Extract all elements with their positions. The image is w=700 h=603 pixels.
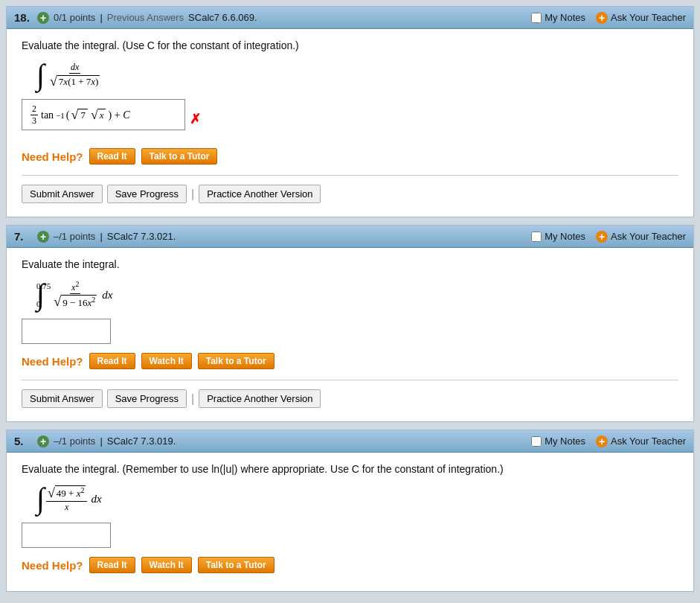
integral-7: 0.75 ∫ 0 x2 √ 9 − 16x2 dx bbox=[36, 279, 678, 310]
my-notes-checkbox-7[interactable] bbox=[531, 232, 542, 242]
integral-18: ∫ dx √ 7x(1 + 7x) bbox=[36, 60, 678, 90]
my-notes-label-5: My Notes bbox=[545, 436, 585, 447]
wrong-mark-18: ✗ bbox=[190, 111, 201, 127]
question-18: Evaluate the integral. (Use C for the co… bbox=[22, 39, 678, 51]
separator-5: | bbox=[100, 436, 102, 447]
my-notes-checkbox-18[interactable] bbox=[531, 13, 542, 23]
need-help-label-7: Need Help? bbox=[22, 355, 83, 368]
prev-answers-label-18: Previous Answers bbox=[107, 12, 184, 23]
need-help-label-5: Need Help? bbox=[22, 559, 83, 572]
problem-18: 18. + 0/1 points | Previous Answers SCal… bbox=[6, 6, 694, 217]
my-notes-7: My Notes bbox=[531, 231, 585, 242]
ask-teacher-plus-5: + bbox=[596, 436, 608, 447]
practice-version-btn-18[interactable]: Practice Another Version bbox=[199, 185, 321, 203]
problem-number-18: 18. bbox=[14, 11, 33, 24]
practice-version-btn-7[interactable]: Practice Another Version bbox=[199, 389, 321, 408]
read-it-btn-5[interactable]: Read It bbox=[89, 557, 135, 573]
submit-answer-btn-18[interactable]: Submit Answer bbox=[22, 185, 103, 203]
plus-icon-7: + bbox=[37, 231, 49, 243]
problem-7-header: 7. + –/1 points | SCalc7 7.3.021. My Not… bbox=[7, 226, 693, 248]
header-left-5: 5. + –/1 points | SCalc7 7.3.019. bbox=[14, 435, 176, 447]
problem-7: 7. + –/1 points | SCalc7 7.3.021. My Not… bbox=[6, 225, 694, 422]
ask-teacher-5[interactable]: + Ask Your Teacher bbox=[596, 436, 686, 447]
integrand-frac-5: √ 49 + x2 x bbox=[46, 485, 88, 513]
ask-teacher-plus-7: + bbox=[596, 231, 608, 243]
need-help-18: Need Help? Read It Talk to a Tutor bbox=[22, 148, 678, 165]
ask-teacher-label-5: Ask Your Teacher bbox=[611, 436, 686, 447]
submit-answer-btn-7[interactable]: Submit Answer bbox=[22, 389, 103, 408]
ask-teacher-7[interactable]: + Ask Your Teacher bbox=[596, 231, 686, 243]
talk-tutor-btn-5[interactable]: Talk to a Tutor bbox=[198, 557, 274, 573]
integral-5: ∫ √ 49 + x2 x dx bbox=[36, 484, 678, 514]
separator-7: | bbox=[100, 231, 102, 242]
action-sep-7: | bbox=[191, 392, 194, 406]
my-notes-checkbox-5[interactable] bbox=[531, 436, 542, 447]
course-code-7: SCalc7 7.3.021. bbox=[107, 231, 176, 242]
ask-teacher-18[interactable]: + Ask Your Teacher bbox=[596, 12, 686, 24]
answer-area-18: 2 3 tan −1 ( √ 7 √ x bbox=[22, 99, 678, 139]
header-right-5: My Notes + Ask Your Teacher bbox=[531, 436, 686, 447]
divider-18 bbox=[22, 175, 678, 176]
action-row-18: Submit Answer Save Progress | Practice A… bbox=[22, 182, 678, 209]
problem-7-body: Evaluate the integral. 0.75 ∫ 0 x2 √ 9 −… bbox=[7, 248, 693, 421]
answer-input-7[interactable] bbox=[22, 319, 111, 344]
ask-teacher-label-7: Ask Your Teacher bbox=[611, 231, 686, 242]
lower-limit-7: 0 bbox=[36, 299, 41, 308]
problem-number-5: 5. bbox=[14, 435, 33, 447]
read-it-btn-7[interactable]: Read It bbox=[89, 353, 135, 369]
integral-symbol-5: ∫ bbox=[36, 484, 45, 514]
need-help-label-18: Need Help? bbox=[22, 150, 83, 163]
points-18: 0/1 points bbox=[54, 12, 95, 23]
integral-symbol-18: ∫ bbox=[36, 60, 45, 90]
problem-5-header: 5. + –/1 points | SCalc7 7.3.019. My Not… bbox=[7, 430, 693, 453]
action-sep-18: | bbox=[191, 188, 194, 201]
talk-tutor-btn-18[interactable]: Talk to a Tutor bbox=[141, 148, 218, 165]
question-7: Evaluate the integral. bbox=[22, 258, 678, 270]
points-7: –/1 points bbox=[54, 231, 95, 242]
need-help-7: Need Help? Read It Watch It Talk to a Tu… bbox=[22, 353, 678, 369]
read-it-btn-18[interactable]: Read It bbox=[89, 148, 135, 165]
divider-7 bbox=[22, 380, 678, 380]
save-progress-btn-7[interactable]: Save Progress bbox=[107, 389, 187, 408]
problem-5: 5. + –/1 points | SCalc7 7.3.019. My Not… bbox=[6, 430, 694, 592]
header-right-7: My Notes + Ask Your Teacher bbox=[531, 231, 686, 243]
need-help-5: Need Help? Read It Watch It Talk to a Tu… bbox=[22, 557, 678, 573]
action-row-7: Submit Answer Save Progress | Practice A… bbox=[22, 386, 678, 414]
plus-icon-5: + bbox=[37, 436, 49, 447]
header-left-7: 7. + –/1 points | SCalc7 7.3.021. bbox=[14, 230, 176, 243]
separator-18: | bbox=[100, 12, 102, 23]
answer-input-18[interactable]: 2 3 tan −1 ( √ 7 √ x bbox=[22, 99, 185, 130]
course-code-5: SCalc7 7.3.019. bbox=[107, 436, 176, 447]
header-right-18: My Notes + Ask Your Teacher bbox=[531, 12, 686, 24]
save-progress-btn-18[interactable]: Save Progress bbox=[107, 185, 187, 203]
ask-teacher-label-18: Ask Your Teacher bbox=[611, 12, 686, 23]
my-notes-18: My Notes bbox=[531, 12, 585, 23]
integrand-frac-18: dx √ 7x(1 + 7x) bbox=[48, 62, 101, 89]
integrand-frac-7: x2 √ 9 − 16x2 bbox=[52, 280, 98, 310]
my-notes-5: My Notes bbox=[531, 436, 585, 447]
problem-18-header: 18. + 0/1 points | Previous Answers SCal… bbox=[7, 7, 693, 29]
question-5: Evaluate the integral. (Remember to use … bbox=[22, 463, 678, 475]
answer-input-5[interactable] bbox=[22, 523, 111, 548]
watch-it-btn-5[interactable]: Watch It bbox=[141, 557, 192, 573]
header-left-18: 18. + 0/1 points | Previous Answers SCal… bbox=[14, 11, 257, 24]
watch-it-btn-7[interactable]: Watch It bbox=[141, 353, 192, 369]
problem-18-body: Evaluate the integral. (Use C for the co… bbox=[7, 29, 693, 217]
problem-5-body: Evaluate the integral. (Remember to use … bbox=[7, 453, 693, 591]
ask-teacher-plus-18: + bbox=[596, 12, 608, 24]
plus-icon-18: + bbox=[37, 12, 49, 24]
problem-number-7: 7. bbox=[14, 230, 33, 243]
points-5: –/1 points bbox=[54, 436, 95, 447]
course-code-18: SCalc7 6.6.069. bbox=[188, 12, 257, 23]
my-notes-label-18: My Notes bbox=[545, 12, 585, 23]
int-limits-7: 0.75 ∫ 0 bbox=[36, 281, 51, 308]
my-notes-label-7: My Notes bbox=[545, 231, 585, 242]
talk-tutor-btn-7[interactable]: Talk to a Tutor bbox=[198, 353, 274, 369]
